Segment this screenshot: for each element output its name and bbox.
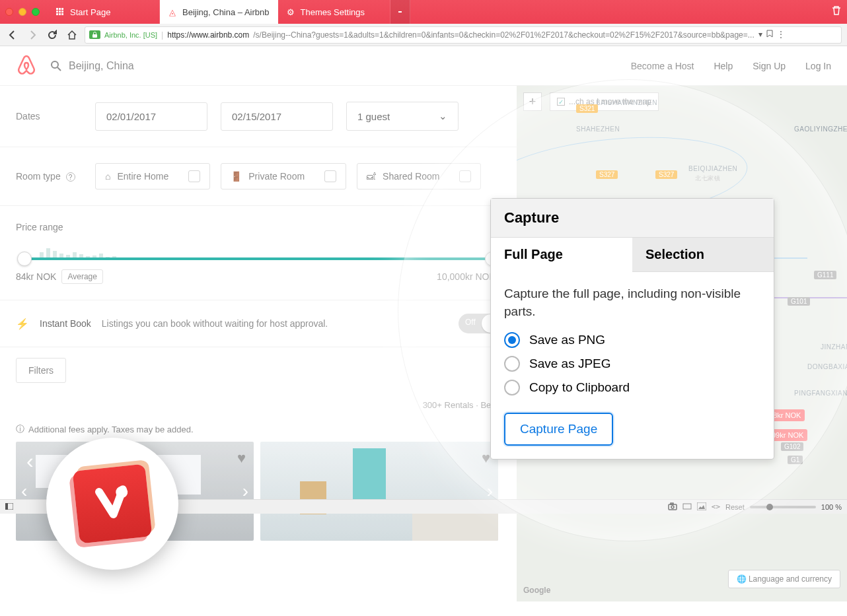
search-value: Beijing, China	[69, 60, 134, 72]
search-input[interactable]: Beijing, China	[50, 60, 631, 72]
room-shared-checkbox[interactable]: 🛋 Shared Room	[357, 163, 481, 189]
map-area-label: BEIQIJIAZHEN	[688, 165, 737, 172]
capture-tab-fullpage[interactable]: Full Page	[491, 238, 632, 272]
menu-dots-icon[interactable]: ⋮	[777, 30, 785, 40]
vivaldi-logo-icon	[73, 464, 153, 544]
help-icon[interactable]: ?	[66, 172, 75, 182]
gear-icon: ⚙	[286, 7, 295, 17]
zoom-slider[interactable]	[750, 506, 816, 508]
back-button[interactable]	[5, 28, 20, 42]
map-area-label: BAISHAWANZHEN	[596, 99, 657, 106]
globe-icon: 🌐	[737, 574, 747, 584]
airbnb-logo-icon[interactable]	[16, 53, 37, 79]
checkbox	[188, 170, 200, 182]
browser-titlebar: Start Page ◬ Beijing, China – Airbnb ⚙ T…	[0, 0, 847, 24]
heart-icon[interactable]: ♥	[237, 450, 246, 467]
map-zoom-in-button[interactable]: +	[523, 92, 542, 111]
svg-rect-6	[56, 13, 58, 15]
checkin-input[interactable]: 02/01/2017	[95, 102, 207, 131]
tab-airbnb[interactable]: ◬ Beijing, China – Airbnb	[160, 0, 278, 24]
dates-row: Dates 02/01/2017 02/15/2017 1 guest ⌄	[0, 86, 517, 147]
minimize-window-button[interactable]	[18, 8, 26, 16]
radio-button	[504, 356, 520, 372]
url-path: /s/Beijing--China?guests=1&adults=1&chil…	[253, 30, 755, 40]
reload-button[interactable]	[45, 28, 59, 42]
info-icon: ⓘ	[16, 423, 24, 435]
road-badge: S327	[655, 170, 677, 179]
radio-button	[504, 332, 520, 348]
map-area-label: SHAHEZHEN	[576, 125, 620, 133]
room-entire-checkbox[interactable]: ⌂ Entire Home	[95, 163, 210, 189]
camera-icon[interactable]	[668, 502, 677, 512]
panel-toggle-icon[interactable]	[5, 503, 13, 511]
language-currency-button[interactable]: 🌐 Language and currency	[728, 570, 840, 588]
capture-page-button[interactable]: Capture Page	[504, 413, 613, 446]
road-badge: G111	[814, 271, 836, 279]
listing-card[interactable]: ♥ ›	[260, 442, 498, 541]
home-button[interactable]	[65, 28, 79, 42]
nav-become-host[interactable]: Become a Host	[631, 61, 694, 71]
airbnb-header: Beijing, China Become a Host Help Sign U…	[0, 46, 847, 86]
svg-rect-14	[5, 503, 8, 510]
guests-select[interactable]: 1 guest ⌄	[346, 102, 459, 131]
map-area-label: PINGFANGXIANG	[794, 390, 847, 397]
heart-icon[interactable]: ♥	[482, 450, 490, 467]
nav-login[interactable]: Log In	[805, 61, 831, 71]
tab-label: Themes Settings	[301, 7, 365, 17]
vivaldi-badge	[46, 438, 178, 570]
close-window-button[interactable]	[5, 8, 13, 16]
zoom-reset-button[interactable]: Reset	[725, 503, 745, 511]
tab-themes[interactable]: ⚙ Themes Settings	[278, 0, 390, 24]
tab-label: Start Page	[70, 7, 110, 17]
svg-rect-15	[669, 504, 677, 510]
code-icon[interactable]: <>	[712, 502, 720, 511]
price-slider[interactable]	[22, 257, 494, 260]
tile-icon[interactable]	[682, 503, 692, 511]
road-badge: G102	[781, 442, 803, 451]
checkout-input[interactable]: 02/15/2017	[221, 102, 333, 131]
tab-label: Beijing, China – Airbnb	[182, 7, 270, 17]
instant-label: Instant Book	[40, 318, 91, 329]
window-controls	[5, 8, 40, 16]
svg-rect-19	[697, 502, 706, 510]
svg-rect-1	[59, 8, 61, 10]
zoom-level: 100 %	[821, 503, 842, 511]
address-bar[interactable]: Airbnb, Inc. [US] | https://www.airbnb.c…	[85, 26, 842, 44]
maximize-window-button[interactable]	[32, 8, 40, 16]
slider-min-thumb[interactable]	[17, 252, 32, 266]
dropdown-icon[interactable]: ▾	[758, 30, 762, 40]
capture-title: Capture	[491, 199, 774, 238]
checkbox	[324, 170, 336, 182]
new-tab-button[interactable]	[390, 0, 410, 24]
tab-strip: Start Page ◬ Beijing, China – Airbnb ⚙ T…	[48, 0, 410, 24]
svg-rect-18	[683, 504, 691, 509]
road-badge: S327	[596, 170, 618, 179]
lock-icon	[89, 30, 100, 39]
image-icon[interactable]	[697, 502, 706, 512]
radio-copy-clipboard[interactable]: Copy to Clipboard	[504, 380, 760, 395]
map-area-label: 北七家镇	[695, 174, 720, 183]
checkbox	[459, 170, 471, 182]
price-label: Price range	[16, 222, 501, 232]
bookmark-icon[interactable]	[766, 30, 773, 40]
carousel-prev-icon[interactable]: ‹	[26, 449, 34, 473]
capture-tab-selection[interactable]: Selection	[632, 238, 774, 272]
filters-button[interactable]: Filters	[16, 358, 66, 383]
sofa-icon: 🛋	[367, 171, 376, 182]
svg-rect-4	[59, 11, 61, 13]
price-min: 84kr NOK	[16, 271, 56, 282]
dates-label: Dates	[16, 111, 82, 121]
forward-button[interactable]	[25, 28, 40, 42]
radio-button	[504, 380, 520, 395]
tab-start-page[interactable]: Start Page	[48, 0, 160, 24]
radio-save-jpeg[interactable]: Save as JPEG	[504, 356, 760, 372]
trash-icon[interactable]	[831, 5, 842, 18]
ssl-company-label: Airbnb, Inc. [US]	[104, 31, 157, 39]
house-icon: ⌂	[105, 171, 110, 182]
map-area-label: GAOLIYINGZHEN	[794, 125, 847, 133]
nav-help[interactable]: Help	[714, 61, 733, 71]
room-private-checkbox[interactable]: 🚪 Private Room	[221, 163, 346, 189]
nav-signup[interactable]: Sign Up	[753, 61, 786, 71]
radio-save-png[interactable]: Save as PNG	[504, 332, 760, 348]
svg-rect-17	[671, 503, 673, 504]
